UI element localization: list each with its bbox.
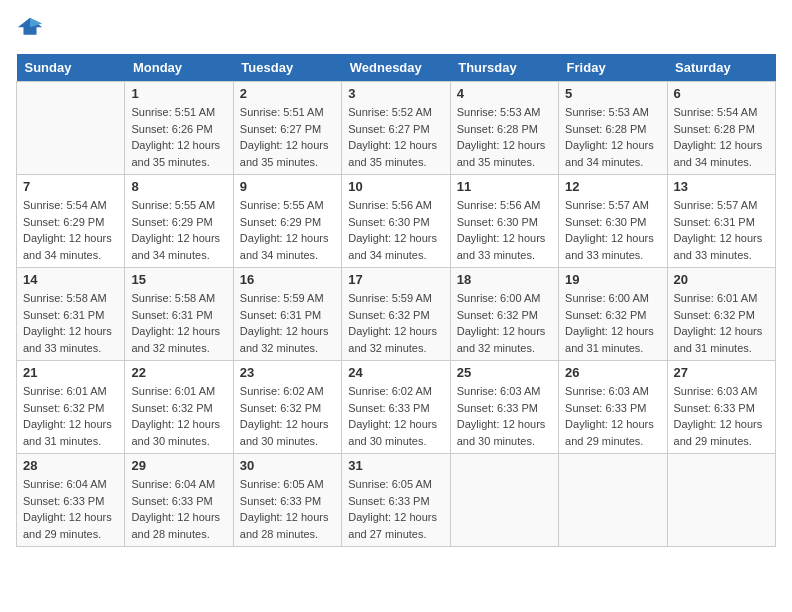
calendar-cell: 4Sunrise: 5:53 AMSunset: 6:28 PMDaylight… [450,82,558,175]
day-number: 9 [240,179,335,194]
calendar-cell: 13Sunrise: 5:57 AMSunset: 6:31 PMDayligh… [667,175,775,268]
calendar-cell: 9Sunrise: 5:55 AMSunset: 6:29 PMDaylight… [233,175,341,268]
day-number: 28 [23,458,118,473]
calendar-cell: 20Sunrise: 6:01 AMSunset: 6:32 PMDayligh… [667,268,775,361]
day-number: 25 [457,365,552,380]
day-number: 26 [565,365,660,380]
day-number: 11 [457,179,552,194]
day-info: Sunrise: 6:01 AMSunset: 6:32 PMDaylight:… [23,383,118,449]
calendar-cell: 6Sunrise: 5:54 AMSunset: 6:28 PMDaylight… [667,82,775,175]
day-info: Sunrise: 6:01 AMSunset: 6:32 PMDaylight:… [674,290,769,356]
calendar-cell [667,454,775,547]
calendar-cell: 1Sunrise: 5:51 AMSunset: 6:26 PMDaylight… [125,82,233,175]
day-info: Sunrise: 5:55 AMSunset: 6:29 PMDaylight:… [240,197,335,263]
day-info: Sunrise: 5:57 AMSunset: 6:30 PMDaylight:… [565,197,660,263]
calendar-header: SundayMondayTuesdayWednesdayThursdayFrid… [17,54,776,82]
calendar-cell: 30Sunrise: 6:05 AMSunset: 6:33 PMDayligh… [233,454,341,547]
calendar-cell: 25Sunrise: 6:03 AMSunset: 6:33 PMDayligh… [450,361,558,454]
day-number: 12 [565,179,660,194]
calendar-cell: 10Sunrise: 5:56 AMSunset: 6:30 PMDayligh… [342,175,450,268]
calendar-dow-tuesday: Tuesday [233,54,341,82]
day-info: Sunrise: 6:01 AMSunset: 6:32 PMDaylight:… [131,383,226,449]
logo [16,16,48,44]
day-number: 6 [674,86,769,101]
calendar-week-1: 1Sunrise: 5:51 AMSunset: 6:26 PMDaylight… [17,82,776,175]
calendar-cell: 11Sunrise: 5:56 AMSunset: 6:30 PMDayligh… [450,175,558,268]
day-info: Sunrise: 5:55 AMSunset: 6:29 PMDaylight:… [131,197,226,263]
calendar-week-2: 7Sunrise: 5:54 AMSunset: 6:29 PMDaylight… [17,175,776,268]
calendar-cell: 19Sunrise: 6:00 AMSunset: 6:32 PMDayligh… [559,268,667,361]
calendar-cell: 8Sunrise: 5:55 AMSunset: 6:29 PMDaylight… [125,175,233,268]
day-number: 29 [131,458,226,473]
calendar-dow-monday: Monday [125,54,233,82]
day-number: 1 [131,86,226,101]
calendar-cell: 12Sunrise: 5:57 AMSunset: 6:30 PMDayligh… [559,175,667,268]
day-number: 19 [565,272,660,287]
day-number: 5 [565,86,660,101]
calendar-cell: 22Sunrise: 6:01 AMSunset: 6:32 PMDayligh… [125,361,233,454]
day-info: Sunrise: 6:04 AMSunset: 6:33 PMDaylight:… [23,476,118,542]
day-info: Sunrise: 5:51 AMSunset: 6:27 PMDaylight:… [240,104,335,170]
day-info: Sunrise: 5:52 AMSunset: 6:27 PMDaylight:… [348,104,443,170]
day-info: Sunrise: 6:00 AMSunset: 6:32 PMDaylight:… [565,290,660,356]
calendar-cell [450,454,558,547]
day-info: Sunrise: 5:54 AMSunset: 6:28 PMDaylight:… [674,104,769,170]
day-number: 23 [240,365,335,380]
calendar-dow-saturday: Saturday [667,54,775,82]
day-number: 24 [348,365,443,380]
page-header [16,16,776,44]
day-number: 21 [23,365,118,380]
calendar-cell: 17Sunrise: 5:59 AMSunset: 6:32 PMDayligh… [342,268,450,361]
day-number: 18 [457,272,552,287]
calendar-cell: 3Sunrise: 5:52 AMSunset: 6:27 PMDaylight… [342,82,450,175]
day-info: Sunrise: 6:05 AMSunset: 6:33 PMDaylight:… [240,476,335,542]
calendar-cell: 23Sunrise: 6:02 AMSunset: 6:32 PMDayligh… [233,361,341,454]
day-info: Sunrise: 5:56 AMSunset: 6:30 PMDaylight:… [457,197,552,263]
calendar-week-4: 21Sunrise: 6:01 AMSunset: 6:32 PMDayligh… [17,361,776,454]
day-number: 15 [131,272,226,287]
day-number: 30 [240,458,335,473]
day-info: Sunrise: 6:03 AMSunset: 6:33 PMDaylight:… [457,383,552,449]
day-info: Sunrise: 5:58 AMSunset: 6:31 PMDaylight:… [23,290,118,356]
day-info: Sunrise: 5:59 AMSunset: 6:31 PMDaylight:… [240,290,335,356]
calendar-dow-thursday: Thursday [450,54,558,82]
calendar-cell: 27Sunrise: 6:03 AMSunset: 6:33 PMDayligh… [667,361,775,454]
day-info: Sunrise: 5:51 AMSunset: 6:26 PMDaylight:… [131,104,226,170]
day-number: 13 [674,179,769,194]
day-info: Sunrise: 6:04 AMSunset: 6:33 PMDaylight:… [131,476,226,542]
day-number: 22 [131,365,226,380]
day-info: Sunrise: 6:02 AMSunset: 6:33 PMDaylight:… [348,383,443,449]
calendar-cell: 2Sunrise: 5:51 AMSunset: 6:27 PMDaylight… [233,82,341,175]
day-info: Sunrise: 6:05 AMSunset: 6:33 PMDaylight:… [348,476,443,542]
day-info: Sunrise: 6:03 AMSunset: 6:33 PMDaylight:… [565,383,660,449]
day-info: Sunrise: 5:59 AMSunset: 6:32 PMDaylight:… [348,290,443,356]
day-number: 17 [348,272,443,287]
day-number: 4 [457,86,552,101]
calendar-cell [559,454,667,547]
day-info: Sunrise: 6:03 AMSunset: 6:33 PMDaylight:… [674,383,769,449]
calendar-cell: 5Sunrise: 5:53 AMSunset: 6:28 PMDaylight… [559,82,667,175]
calendar-cell: 28Sunrise: 6:04 AMSunset: 6:33 PMDayligh… [17,454,125,547]
calendar-cell: 18Sunrise: 6:00 AMSunset: 6:32 PMDayligh… [450,268,558,361]
day-number: 16 [240,272,335,287]
day-number: 3 [348,86,443,101]
calendar-dow-wednesday: Wednesday [342,54,450,82]
day-number: 10 [348,179,443,194]
calendar-table: SundayMondayTuesdayWednesdayThursdayFrid… [16,54,776,547]
calendar-cell: 15Sunrise: 5:58 AMSunset: 6:31 PMDayligh… [125,268,233,361]
day-info: Sunrise: 6:00 AMSunset: 6:32 PMDaylight:… [457,290,552,356]
day-info: Sunrise: 5:53 AMSunset: 6:28 PMDaylight:… [565,104,660,170]
calendar-cell: 16Sunrise: 5:59 AMSunset: 6:31 PMDayligh… [233,268,341,361]
calendar-cell: 14Sunrise: 5:58 AMSunset: 6:31 PMDayligh… [17,268,125,361]
day-number: 27 [674,365,769,380]
calendar-cell: 29Sunrise: 6:04 AMSunset: 6:33 PMDayligh… [125,454,233,547]
day-info: Sunrise: 5:56 AMSunset: 6:30 PMDaylight:… [348,197,443,263]
logo-bird-icon [16,16,44,44]
calendar-cell: 21Sunrise: 6:01 AMSunset: 6:32 PMDayligh… [17,361,125,454]
calendar-dow-friday: Friday [559,54,667,82]
calendar-week-3: 14Sunrise: 5:58 AMSunset: 6:31 PMDayligh… [17,268,776,361]
day-info: Sunrise: 5:58 AMSunset: 6:31 PMDaylight:… [131,290,226,356]
calendar-cell: 7Sunrise: 5:54 AMSunset: 6:29 PMDaylight… [17,175,125,268]
day-number: 14 [23,272,118,287]
day-info: Sunrise: 6:02 AMSunset: 6:32 PMDaylight:… [240,383,335,449]
